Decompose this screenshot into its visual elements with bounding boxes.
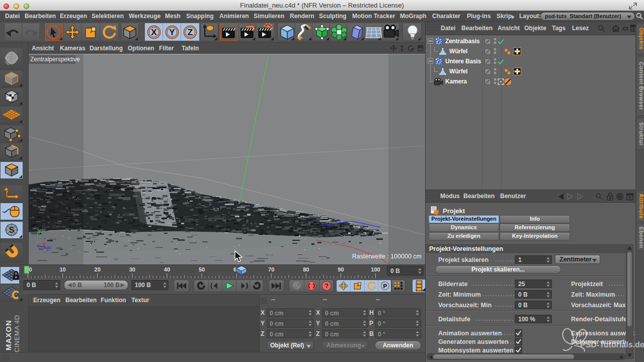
svg-text:40: 40 bbox=[164, 266, 170, 273]
svg-text:X: X bbox=[151, 28, 157, 37]
svg-text:10: 10 bbox=[59, 266, 65, 273]
svg-text:0: 0 bbox=[29, 266, 32, 273]
svg-text:Z: Z bbox=[188, 28, 193, 37]
svg-text:Y: Y bbox=[169, 28, 175, 37]
svg-text:P: P bbox=[383, 283, 387, 289]
svg-text:70: 70 bbox=[268, 266, 274, 273]
svg-text:?: ? bbox=[325, 282, 329, 290]
svg-text:100: 100 bbox=[371, 266, 380, 273]
svg-text:80: 80 bbox=[303, 266, 309, 273]
svg-text:50: 50 bbox=[199, 266, 205, 273]
svg-text:20: 20 bbox=[95, 266, 101, 273]
svg-text:90: 90 bbox=[338, 266, 344, 273]
svg-text:Rasterweite : 100000 cm: Rasterweite : 100000 cm bbox=[352, 253, 422, 260]
svg-text:30: 30 bbox=[129, 266, 135, 273]
svg-text:S: S bbox=[9, 225, 14, 235]
